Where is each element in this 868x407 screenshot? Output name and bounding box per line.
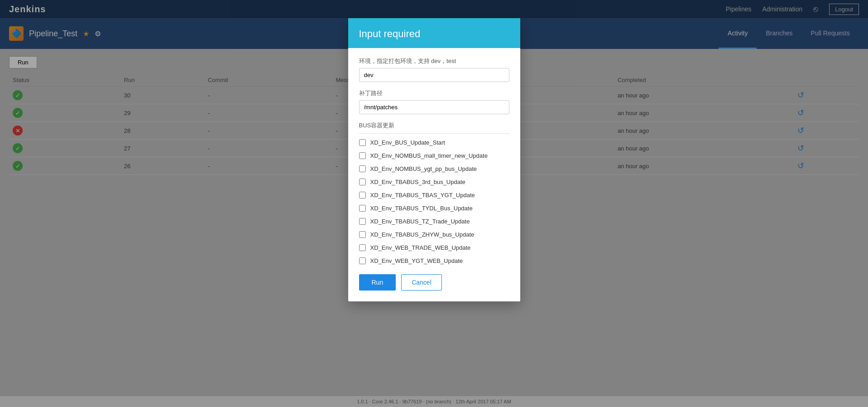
checkbox-item: XD_Env_WEB_TRADE_WEB_Update: [359, 244, 509, 251]
modal-cancel-button[interactable]: Cancel: [401, 274, 442, 291]
checkbox-1[interactable]: [359, 152, 366, 159]
checkbox-label: XD_Env_TBABUS_TBAS_YGT_Update: [370, 192, 475, 199]
section-divider: [359, 133, 509, 134]
checkbox-label: XD_Env_TBABUS_3rd_bus_Update: [370, 179, 465, 185]
checkbox-item: XD_Env_TBABUS_3rd_bus_Update: [359, 179, 509, 185]
modal-title: Input required: [359, 28, 509, 40]
checkbox-6[interactable]: [359, 218, 366, 225]
checkbox-9[interactable]: [359, 257, 366, 264]
checkbox-5[interactable]: [359, 205, 366, 212]
checkbox-label: XD_Env_BUS_Update_Start: [370, 139, 445, 146]
checkbox-label: XD_Env_TBABUS_TZ_Trade_Update: [370, 218, 470, 225]
checkbox-2[interactable]: [359, 165, 366, 172]
checkbox-7[interactable]: [359, 231, 366, 238]
checkbox-item: XD_Env_TBABUS_TBAS_YGT_Update: [359, 192, 509, 199]
checkbox-label: XD_Env_NOMBUS_ygt_pp_bus_Update: [370, 165, 477, 172]
checkbox-4[interactable]: [359, 192, 366, 199]
checkbox-label: XD_Env_TBABUS_TYDL_Bus_Update: [370, 205, 473, 212]
input-required-modal: Input required 环境，指定打包环境，支持 dev，test 补丁路…: [348, 18, 520, 301]
modal-body: 环境，指定打包环境，支持 dev，test 补丁路径 BUS容器更新 XD_En…: [348, 48, 520, 301]
checkbox-item: XD_Env_NOMBUS_ygt_pp_bus_Update: [359, 165, 509, 172]
env-input[interactable]: [359, 68, 509, 82]
patch-path-input[interactable]: [359, 100, 509, 114]
checkbox-label: XD_Env_TBABUS_ZHYW_bus_Update: [370, 231, 475, 238]
checkbox-label: XD_Env_WEB_YGT_WEB_Update: [370, 257, 463, 264]
modal-run-button[interactable]: Run: [359, 274, 396, 291]
checkbox-item: XD_Env_TBABUS_TZ_Trade_Update: [359, 218, 509, 225]
modal-overlay: Input required 环境，指定打包环境，支持 dev，test 补丁路…: [0, 0, 868, 407]
checkbox-3[interactable]: [359, 179, 366, 185]
checkbox-item: XD_Env_BUS_Update_Start: [359, 139, 509, 146]
modal-actions: Run Cancel: [359, 271, 509, 291]
checkbox-item: XD_Env_WEB_YGT_WEB_Update: [359, 257, 509, 264]
checkbox-item: XD_Env_NOMBUS_mall_timer_new_Update: [359, 152, 509, 159]
bus-section-label: BUS容器更新: [359, 121, 509, 130]
checkbox-item: XD_Env_TBABUS_ZHYW_bus_Update: [359, 231, 509, 238]
checkboxes-container: XD_Env_BUS_Update_StartXD_Env_NOMBUS_mal…: [359, 139, 509, 264]
modal-header: Input required: [348, 18, 520, 48]
field2-label: 补丁路径: [359, 89, 509, 97]
field1-label: 环境，指定打包环境，支持 dev，test: [359, 57, 509, 65]
checkbox-label: XD_Env_NOMBUS_mall_timer_new_Update: [370, 152, 488, 159]
checkbox-8[interactable]: [359, 244, 366, 251]
checkbox-0[interactable]: [359, 139, 366, 146]
checkbox-item: XD_Env_TBABUS_TYDL_Bus_Update: [359, 205, 509, 212]
checkbox-label: XD_Env_WEB_TRADE_WEB_Update: [370, 244, 471, 251]
